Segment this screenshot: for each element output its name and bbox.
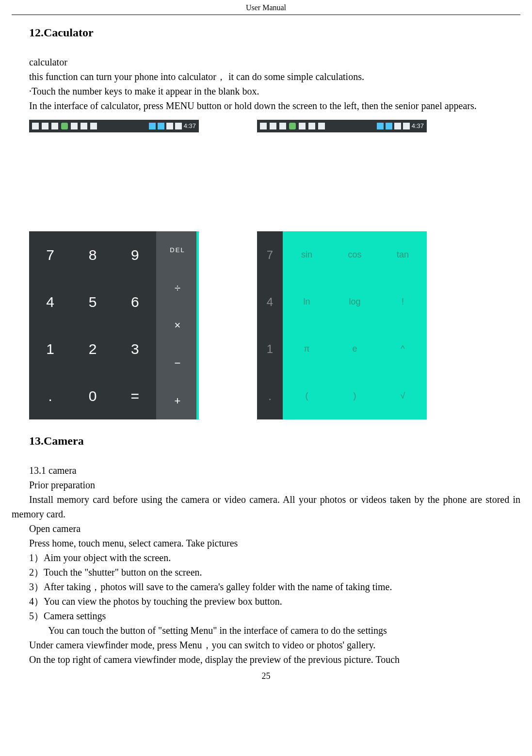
key-1[interactable]: 1 — [29, 325, 71, 372]
calc-desc-1: this function can turn your phone into c… — [12, 69, 520, 84]
signal-icon — [166, 123, 173, 129]
key-2[interactable]: 2 — [71, 325, 113, 372]
chat-icon — [308, 123, 315, 129]
calculator-screenshots: 4:37 7 8 9 4 5 6 1 2 3 . 0 = — [12, 113, 520, 426]
calc-display[interactable] — [257, 132, 427, 231]
key-minus[interactable]: − — [156, 344, 199, 382]
section-13-heading: 13.Camera — [29, 432, 520, 450]
clock-icon — [149, 123, 156, 129]
calc-desc-2: ·Touch the number keys to make it appear… — [12, 84, 520, 98]
mail-icon — [279, 123, 286, 129]
notification-icon — [32, 123, 39, 129]
key-cos[interactable]: cos — [331, 231, 379, 278]
notification-icon — [260, 123, 267, 129]
key-7[interactable]: 7 — [29, 231, 71, 278]
usb-icon — [71, 123, 78, 129]
camera-settings-note: You can touch the button of "setting Men… — [12, 623, 520, 638]
key-8[interactable]: 8 — [71, 231, 113, 278]
key-plus[interactable]: + — [156, 382, 199, 419]
key-tan[interactable]: tan — [379, 231, 427, 278]
key-1[interactable]: 1 — [257, 325, 283, 372]
key-multiply[interactable]: × — [156, 306, 199, 344]
camera-open-text: Press home, touch menu, select camera. T… — [12, 536, 520, 550]
key-5[interactable]: 5 — [71, 278, 113, 325]
key-dot[interactable]: . — [29, 372, 71, 419]
page-number: 25 — [0, 670, 532, 683]
key-ln[interactable]: ln — [283, 278, 331, 325]
section-12-heading: 12.Caculator — [29, 24, 520, 41]
key-sqrt[interactable]: √ — [379, 372, 427, 419]
key-4[interactable]: 4 — [257, 278, 283, 325]
key-factorial[interactable]: ! — [379, 278, 427, 325]
calc-subtitle: calculator — [12, 55, 520, 69]
camera-open-heading: Open camera — [12, 521, 520, 536]
key-4[interactable]: 4 — [29, 278, 71, 325]
camera-sub: 13.1 camera — [12, 463, 520, 478]
battery-icon — [403, 123, 410, 129]
senior-panel-peek[interactable] — [196, 231, 199, 419]
key-rparen[interactable]: ) — [331, 372, 379, 419]
key-6[interactable]: 6 — [114, 278, 156, 325]
status-bar: 4:37 — [257, 120, 427, 132]
status-bar: 4:37 — [29, 120, 199, 132]
key-equals[interactable]: = — [114, 372, 156, 419]
status-time: 4:37 — [184, 121, 196, 131]
phone-screenshot-basic: 4:37 7 8 9 4 5 6 1 2 3 . 0 = — [29, 120, 199, 419]
app-icon — [289, 123, 296, 129]
calc-display[interactable] — [29, 132, 199, 231]
key-9[interactable]: 9 — [114, 231, 156, 278]
charge-icon — [318, 123, 325, 129]
camera-prep-text: Install memory card before using the cam… — [12, 492, 520, 521]
camera-step-2: 2）Touch the "shutter" button on the scre… — [12, 565, 520, 579]
key-dot[interactable]: . — [257, 372, 283, 419]
wifi-icon — [386, 123, 392, 129]
mail-icon — [51, 123, 58, 129]
key-power[interactable]: ^ — [379, 325, 427, 372]
key-7[interactable]: 7 — [257, 231, 283, 278]
key-divide[interactable]: ÷ — [156, 269, 199, 307]
calc-desc-3: In the interface of calculator, press ME… — [12, 98, 520, 113]
key-log[interactable]: log — [331, 278, 379, 325]
key-lparen[interactable]: ( — [283, 372, 331, 419]
key-e[interactable]: e — [331, 325, 379, 372]
key-pi[interactable]: π — [283, 325, 331, 372]
camera-viewfinder-1: Under camera viewfinder mode, press Menu… — [12, 638, 520, 652]
wifi-icon — [158, 123, 164, 129]
key-delete[interactable]: DEL — [156, 231, 199, 269]
key-0[interactable]: 0 — [71, 372, 113, 419]
camera-viewfinder-2: On the top right of camera viewfinder mo… — [12, 652, 520, 667]
camera-step-5: 5）Camera settings — [12, 609, 520, 623]
charge-icon — [90, 123, 97, 129]
alarm-icon — [42, 123, 48, 129]
chat-icon — [81, 123, 87, 129]
phone-screenshot-scientific: 4:37 7 4 1 . sin cos tan ln log ! — [257, 120, 427, 419]
app-icon — [61, 123, 68, 129]
key-sin[interactable]: sin — [283, 231, 331, 278]
camera-step-3: 3）After taking，photos will save to the c… — [12, 579, 520, 594]
page-header-title: User Manual — [12, 0, 520, 15]
battery-icon — [175, 123, 182, 129]
key-3[interactable]: 3 — [114, 325, 156, 372]
camera-step-4: 4）You can view the photos by touching th… — [12, 594, 520, 609]
signal-icon — [394, 123, 401, 129]
camera-step-1: 1）Aim your object with the screen. — [12, 550, 520, 565]
clock-icon — [377, 123, 384, 129]
usb-icon — [299, 123, 306, 129]
camera-prep-heading: Prior preparation — [12, 478, 520, 492]
status-time: 4:37 — [412, 121, 424, 131]
alarm-icon — [270, 123, 276, 129]
